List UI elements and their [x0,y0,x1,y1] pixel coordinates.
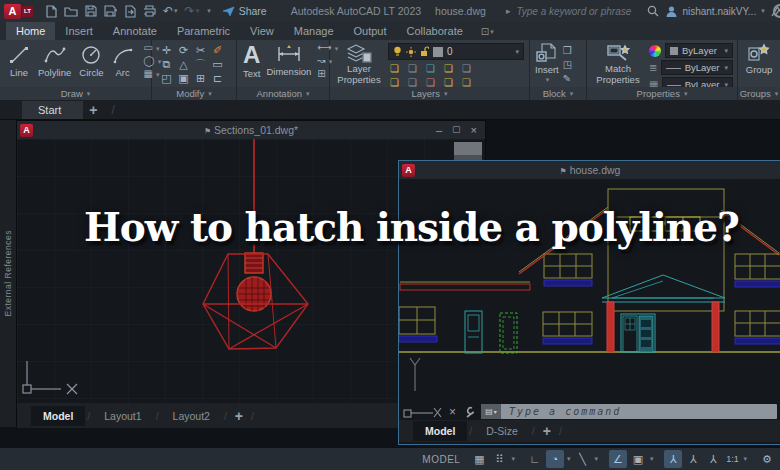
layer-lock-tool[interactable]: ❏ [444,63,453,74]
layout-tab-model[interactable]: Model [413,421,467,441]
copy-tool[interactable]: ⧉ [163,58,171,71]
model-space-label[interactable]: MODEL [422,454,460,465]
app-menu-button[interactable]: A LT [4,4,33,19]
tab-collaborate[interactable]: Collaborate [397,22,473,40]
tab-home[interactable]: Home [6,22,55,40]
panel-label-modify[interactable]: Modify▾ [152,87,236,100]
undo-button[interactable]: ↶▾ [163,5,178,17]
tab-manage[interactable]: Manage [284,22,344,40]
search-icon[interactable] [647,5,659,17]
erase-tool[interactable]: ✐ [213,44,222,57]
rotate-tool[interactable]: ⟳ [179,44,188,57]
move-tool[interactable]: ✛ [162,44,171,57]
redo-button[interactable]: ↷▾ [185,5,200,17]
object-snap-toggle[interactable]: ▣ [629,450,647,468]
panel-label-layers[interactable]: Layers▾ [330,87,529,100]
external-references-palette-tab[interactable]: External References [0,120,17,427]
tab-view[interactable]: View [240,22,284,40]
panel-groups: Group Groups▾ [738,40,780,100]
annotation-scale-button[interactable]: ⅄ [704,450,722,468]
tab-start[interactable]: Start [22,101,83,119]
circle-tool[interactable]: Circle [79,44,103,78]
panel-label-properties[interactable]: Properties▾ [587,87,737,100]
customize-qat-button[interactable]: ▾ [207,7,211,15]
tab-annotate[interactable]: Annotate [103,22,167,40]
match-properties-button[interactable]: Match Properties [592,43,644,86]
search-input[interactable] [514,5,643,18]
layer-properties-button[interactable]: Layer Properties [335,43,383,86]
share-button[interactable]: Share [222,5,267,17]
close-button[interactable]: × [471,124,477,136]
layer-isolate-tool[interactable]: ❏ [390,63,399,74]
panel-label-groups[interactable]: Groups▾ [738,87,780,100]
recent-commands-button[interactable]: ▤▾ [481,404,501,419]
snap-mode-toggle[interactable]: ⠿ [490,450,508,468]
ortho-mode-toggle[interactable]: ∟ [526,450,544,468]
object-color-dropdown[interactable]: ByLayer ▾ [665,43,733,58]
open-file-button[interactable] [64,5,78,17]
new-layout-button[interactable]: + [537,423,557,439]
command-line[interactable]: ▤▾ [481,404,777,419]
tab-insert[interactable]: Insert [55,22,103,40]
save-button[interactable] [85,5,97,17]
isometric-drafting-toggle[interactable]: ╲ [573,450,591,468]
text-tool[interactable]: A Text [243,43,260,79]
customization-gear-button[interactable]: ⚙ [758,450,776,468]
export-button[interactable] [124,5,136,18]
trim-tool[interactable]: ✂ [196,44,205,57]
house-window-titlebar[interactable]: A ⚑ house.dwg [399,161,780,179]
save-as-button[interactable] [104,5,117,17]
layout-tab-layout1[interactable]: Layout1 [92,406,153,426]
create-block-tool[interactable]: ❐ [563,45,572,56]
fillet-tool[interactable]: ⌒ [195,57,206,72]
grid-display-toggle[interactable]: ▦ [470,450,488,468]
maximize-button[interactable]: ▢ [452,124,461,136]
customization-wrench-icon[interactable] [462,406,475,418]
tab-output[interactable]: Output [344,22,397,40]
layer-match-tool[interactable]: ❏ [462,63,471,74]
polar-tracking-toggle[interactable]: ◔ [546,450,564,468]
sections-window-titlebar[interactable]: A ⚑ Sections_01.dwg* – ▢ × [17,121,485,139]
current-scale-value[interactable]: 1:1 [724,450,740,468]
define-attributes-tool[interactable]: ◳ [563,59,572,70]
scale-tool[interactable]: ▣ [178,72,188,85]
current-layer-name: 0 [447,46,453,57]
mirror-tool[interactable]: △ [179,58,187,71]
group-button[interactable]: Group [738,40,780,75]
autoscale-toggle[interactable]: ⅄ [684,450,702,468]
object-snap-tracking-toggle[interactable]: ∠ [609,450,627,468]
explode-tool[interactable]: ▭ [212,58,222,71]
panel-label-annotation[interactable]: Annotation▾ [237,87,329,100]
polyline-tool[interactable]: Polyline [38,44,71,78]
layer-unisolate-tool[interactable]: ❏ [408,63,417,74]
panel-label-block[interactable]: Block▾ [530,87,586,100]
command-input[interactable] [501,405,777,418]
help-icon[interactable] [773,4,780,18]
offset-tool[interactable]: ⊏ [213,72,222,85]
layer-freeze-tool[interactable]: ❏ [426,63,435,74]
dimension-tool[interactable]: Dimension [266,43,311,77]
block-editor-tool[interactable]: ✎ [563,73,572,84]
new-drawing-tab-button[interactable]: + [83,102,103,118]
stretch-tool[interactable]: ◰ [161,72,171,85]
annotation-visibility-toggle[interactable]: ⅄ [664,450,682,468]
line-tool[interactable]: Line [8,44,30,78]
array-tool[interactable]: ⊞ [196,72,205,85]
ribbon-display-toggle[interactable]: ⊡▾ [481,26,494,40]
chevron-right-icon[interactable]: ▸ [506,6,511,16]
layout-tab-d-size[interactable]: D-Size [474,421,530,441]
plot-print-button[interactable] [143,5,156,17]
user-account-menu[interactable]: nishant.naikVY... ▾ [665,5,764,18]
layout-tab-model[interactable]: Model [31,406,85,426]
insert-block-button[interactable]: Insert ▾ [535,43,559,84]
lineweight-dropdown[interactable]: ByLayer ▾ [661,60,733,75]
panel-label-draw[interactable]: Draw▾ [0,87,151,100]
new-file-button[interactable] [45,5,57,18]
arc-tool[interactable]: Arc [112,44,134,78]
layout-tab-layout2[interactable]: Layout2 [161,406,222,426]
cancel-icon[interactable]: × [449,405,456,419]
tab-parametric[interactable]: Parametric [167,22,240,40]
minimize-button[interactable]: – [436,124,442,136]
new-layout-button[interactable]: + [229,408,249,424]
layer-dropdown[interactable]: 0 ▾ [388,43,524,60]
